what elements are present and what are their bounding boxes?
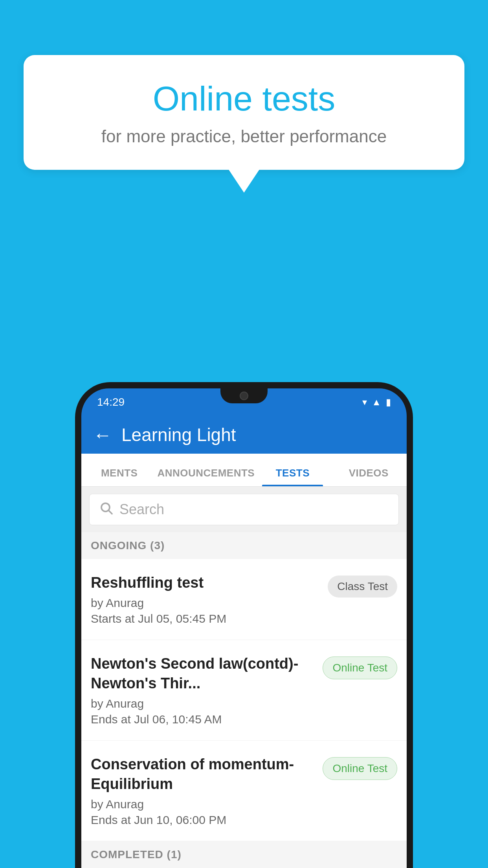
speech-bubble: Online tests for more practice, better p… xyxy=(24,55,464,170)
ongoing-section-header: ONGOING (3) xyxy=(81,532,407,559)
app-title: Learning Light xyxy=(121,424,236,445)
search-input-placeholder: Search xyxy=(119,501,164,518)
tab-tests[interactable]: TESTS xyxy=(255,467,330,486)
wifi-icon: ▾ xyxy=(362,397,367,408)
tab-announcements[interactable]: ANNOUNCEMENTS xyxy=(157,467,255,486)
test-item-1[interactable]: Reshuffling test by Anurag Starts at Jul… xyxy=(81,559,407,640)
battery-icon: ▮ xyxy=(386,397,391,408)
test-time-3: Ends at Jun 10, 06:00 PM xyxy=(91,813,315,827)
test-badge-2: Online Test xyxy=(323,657,397,679)
signal-icon: ▲ xyxy=(372,397,381,408)
speech-bubble-subtitle: for more practice, better performance xyxy=(55,127,433,146)
test-author-1: by Anurag xyxy=(91,596,320,610)
app-header: ← Learning Light xyxy=(81,416,407,454)
test-badge-3: Online Test xyxy=(323,757,397,780)
phone-outer: 14:29 ▾ ▲ ▮ ← Learning Light MENTS ANNOU… xyxy=(75,382,413,868)
test-item-3[interactable]: Conservation of momentum-Equilibrium by … xyxy=(81,741,407,841)
speech-bubble-arrow xyxy=(228,169,260,193)
completed-section-header: COMPLETED (1) xyxy=(81,841,407,868)
speech-bubble-container: Online tests for more practice, better p… xyxy=(24,55,464,193)
phone-wrapper: 14:29 ▾ ▲ ▮ ← Learning Light MENTS ANNOU… xyxy=(75,382,413,868)
test-info-2: Newton's Second law(contd)-Newton's Thir… xyxy=(91,654,323,726)
tabs-bar: MENTS ANNOUNCEMENTS TESTS VIDEOS xyxy=(81,454,407,487)
test-name-2: Newton's Second law(contd)-Newton's Thir… xyxy=(91,654,315,693)
test-info-1: Reshuffling test by Anurag Starts at Jul… xyxy=(91,573,328,625)
test-info-3: Conservation of momentum-Equilibrium by … xyxy=(91,755,323,827)
test-author-2: by Anurag xyxy=(91,697,315,710)
content-area: ONGOING (3) Reshuffling test by Anurag S… xyxy=(81,532,407,868)
tab-ments[interactable]: MENTS xyxy=(81,467,157,486)
test-time-1: Starts at Jul 05, 05:45 PM xyxy=(91,612,320,625)
speech-bubble-title: Online tests xyxy=(55,79,433,119)
test-time-2: Ends at Jul 06, 10:45 AM xyxy=(91,713,315,726)
test-author-3: by Anurag xyxy=(91,798,315,811)
status-time: 14:29 xyxy=(97,396,125,408)
tab-videos[interactable]: VIDEOS xyxy=(331,467,407,486)
status-bar: 14:29 ▾ ▲ ▮ xyxy=(81,388,407,416)
test-badge-1: Class Test xyxy=(328,576,397,598)
svg-line-1 xyxy=(109,510,112,513)
test-name-3: Conservation of momentum-Equilibrium xyxy=(91,755,315,794)
test-name-1: Reshuffling test xyxy=(91,573,320,592)
search-icon xyxy=(99,501,113,519)
back-button[interactable]: ← xyxy=(93,424,112,446)
phone-notch xyxy=(220,388,268,403)
phone-camera xyxy=(240,392,248,400)
test-item-2[interactable]: Newton's Second law(contd)-Newton's Thir… xyxy=(81,640,407,741)
search-bar[interactable]: Search xyxy=(89,494,399,525)
search-container: Search xyxy=(81,487,407,532)
status-icons: ▾ ▲ ▮ xyxy=(362,397,391,408)
